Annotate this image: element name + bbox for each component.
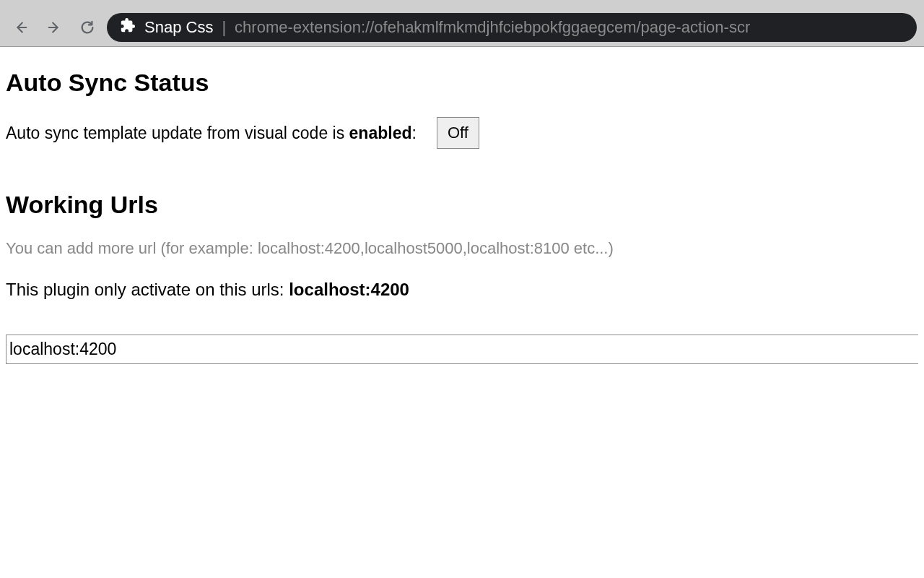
address-bar[interactable]: Snap Css | chrome-extension://ofehakmlfm… (107, 13, 917, 42)
activate-prefix: This plugin only activate on this urls: (6, 280, 289, 299)
reload-button[interactable] (74, 14, 101, 41)
status-prefix: Auto sync template update from visual co… (6, 124, 349, 142)
activate-urls-line: This plugin only activate on this urls: … (6, 280, 918, 300)
browser-tab-strip (0, 0, 924, 9)
status-word: enabled (349, 124, 412, 142)
forward-button[interactable] (40, 14, 68, 41)
arrow-left-icon (13, 20, 29, 35)
toggle-sync-button[interactable]: Off (437, 117, 479, 149)
browser-toolbar: Snap Css | chrome-extension://ofehakmlfm… (0, 9, 924, 47)
extension-icon (120, 17, 136, 38)
reload-icon (79, 20, 95, 35)
working-urls-hint: You can add more url (for example: local… (6, 239, 918, 258)
active-url-value: localhost:4200 (289, 280, 409, 299)
back-button[interactable] (7, 14, 35, 41)
arrow-right-icon (46, 20, 62, 35)
omnibox-divider: | (222, 18, 226, 37)
extension-name: Snap Css (144, 18, 213, 37)
page-content: Auto Sync Status Auto sync template upda… (0, 47, 924, 379)
auto-sync-status-label: Auto sync template update from visual co… (6, 124, 417, 143)
auto-sync-heading: Auto Sync Status (6, 69, 918, 97)
url-text: chrome-extension://ofehakmlfmkmdjhfciebp… (235, 18, 750, 37)
status-suffix: : (412, 124, 417, 142)
urls-input[interactable] (6, 335, 918, 364)
working-urls-heading: Working Urls (6, 191, 918, 219)
auto-sync-status-row: Auto sync template update from visual co… (6, 117, 918, 149)
